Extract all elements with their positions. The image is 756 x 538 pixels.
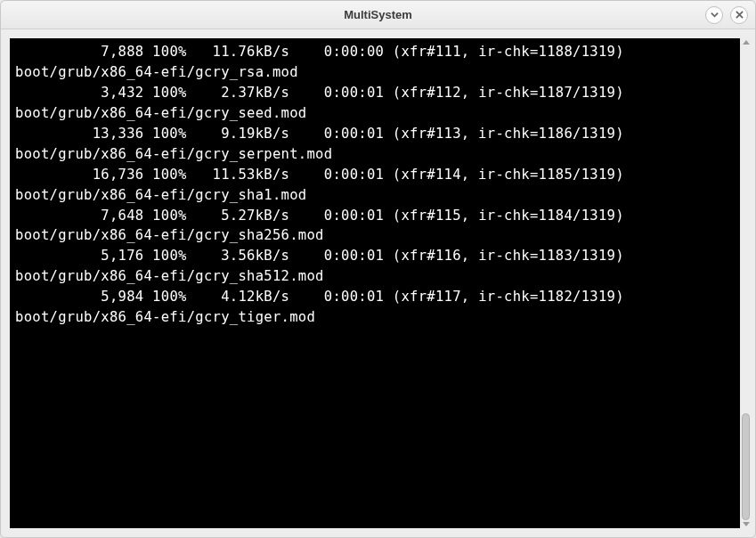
window-title: MultiSystem: [344, 8, 412, 21]
chevron-down-icon: [711, 11, 719, 19]
close-icon: [736, 11, 744, 19]
scroll-thumb[interactable]: [742, 413, 750, 520]
titlebar[interactable]: MultiSystem: [1, 1, 755, 29]
scroll-up-arrow-icon[interactable]: [743, 40, 750, 45]
minimize-button[interactable]: [705, 6, 723, 24]
scroll-track[interactable]: [741, 46, 751, 520]
terminal-frame: 7,888 100% 11.76kB/s 0:00:00 (xfr#111, i…: [1, 29, 755, 537]
scroll-down-arrow-icon[interactable]: [743, 522, 750, 526]
vertical-scrollbar[interactable]: [740, 38, 752, 528]
app-window: MultiSystem 7,888 100% 11.76kB/s 0:00:00…: [0, 0, 756, 538]
close-button[interactable]: [730, 6, 748, 24]
terminal-output[interactable]: 7,888 100% 11.76kB/s 0:00:00 (xfr#111, i…: [10, 38, 740, 528]
window-controls: [705, 6, 748, 24]
